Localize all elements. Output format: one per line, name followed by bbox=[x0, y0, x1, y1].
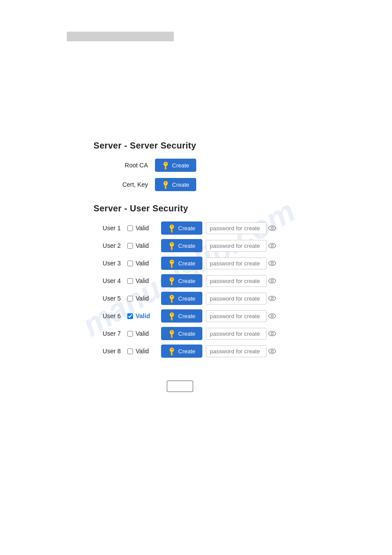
cert-key-create-button[interactable]: 🔑 Create bbox=[155, 178, 196, 191]
user-create-button-1[interactable]: 🔑 Create bbox=[161, 221, 202, 235]
user-password-input-6[interactable] bbox=[206, 310, 266, 322]
user-eye-button-8[interactable] bbox=[266, 348, 278, 354]
user-label-6: User 6 bbox=[94, 312, 125, 319]
user-checkbox-wrapper-1 bbox=[125, 225, 135, 231]
user-row-7: User 7 Valid 🔑 Create bbox=[94, 327, 313, 340]
user-checkbox-wrapper-3 bbox=[125, 261, 135, 266]
user-create-button-6[interactable]: 🔑 Create bbox=[161, 309, 202, 323]
user-create-button-5[interactable]: 🔑 Create bbox=[161, 292, 202, 305]
user-security-title: Server - User Security bbox=[94, 203, 313, 214]
user-create-label-5: Create bbox=[178, 295, 195, 302]
user-checkbox-6[interactable] bbox=[127, 313, 133, 319]
svg-point-4 bbox=[269, 261, 276, 265]
user-password-input-5[interactable] bbox=[206, 293, 266, 305]
save-button[interactable] bbox=[167, 381, 193, 392]
svg-point-8 bbox=[269, 296, 276, 301]
user-eye-button-6[interactable] bbox=[266, 313, 278, 319]
svg-point-10 bbox=[269, 314, 276, 318]
user-checkbox-wrapper-7 bbox=[125, 331, 135, 337]
user-create-label-6: Create bbox=[178, 313, 195, 319]
user-create-button-2[interactable]: 🔑 Create bbox=[161, 239, 202, 252]
user-checkbox-wrapper-5 bbox=[125, 296, 135, 301]
user-row-4: User 4 Valid 🔑 Create bbox=[94, 274, 313, 287]
user-key-icon-7: 🔑 bbox=[167, 328, 177, 338]
user-row-6: User 6 Valid 🔑 Create bbox=[94, 309, 313, 323]
user-checkbox-2[interactable] bbox=[127, 243, 133, 249]
svg-point-15 bbox=[271, 350, 273, 352]
user-checkbox-wrapper-6 bbox=[125, 313, 135, 319]
svg-point-12 bbox=[269, 331, 276, 336]
user-eye-button-5[interactable] bbox=[266, 295, 278, 301]
user-checkbox-1[interactable] bbox=[127, 225, 133, 231]
svg-point-5 bbox=[271, 262, 273, 265]
user-security-section: Server - User Security User 1 Valid 🔑 Cr… bbox=[94, 203, 313, 358]
user-checkbox-5[interactable] bbox=[127, 296, 133, 301]
user-create-label-7: Create bbox=[178, 330, 195, 337]
key-icon-2: 🔑 bbox=[161, 179, 171, 189]
server-security-section: Server - Server Security Root CA 🔑 Creat… bbox=[94, 141, 313, 191]
svg-point-2 bbox=[269, 243, 276, 248]
user-password-input-3[interactable] bbox=[206, 258, 266, 269]
user-valid-label-5: Valid bbox=[136, 295, 157, 302]
user-eye-button-3[interactable] bbox=[266, 260, 278, 266]
main-content: Server - Server Security Root CA 🔑 Creat… bbox=[94, 141, 313, 362]
key-icon: 🔑 bbox=[161, 160, 171, 170]
user-create-button-7[interactable]: 🔑 Create bbox=[161, 327, 202, 340]
root-ca-row: Root CA 🔑 Create bbox=[94, 159, 313, 172]
user-label-4: User 4 bbox=[94, 277, 125, 284]
user-password-input-2[interactable] bbox=[206, 240, 266, 252]
user-key-icon-1: 🔑 bbox=[167, 223, 177, 233]
user-valid-label-1: Valid bbox=[136, 225, 157, 232]
user-create-label-3: Create bbox=[178, 260, 195, 267]
user-valid-label-7: Valid bbox=[136, 330, 157, 337]
user-valid-label-4: Valid bbox=[136, 277, 157, 284]
user-valid-label-2: Valid bbox=[136, 242, 157, 249]
user-row-5: User 5 Valid 🔑 Create bbox=[94, 292, 313, 305]
user-row-3: User 3 Valid 🔑 Create bbox=[94, 257, 313, 270]
user-label-3: User 3 bbox=[94, 260, 125, 267]
svg-point-0 bbox=[269, 226, 276, 230]
user-create-button-3[interactable]: 🔑 Create bbox=[161, 257, 202, 270]
user-checkbox-4[interactable] bbox=[127, 278, 133, 284]
svg-point-1 bbox=[271, 227, 273, 229]
user-row-2: User 2 Valid 🔑 Create bbox=[94, 239, 313, 252]
user-eye-button-1[interactable] bbox=[266, 225, 278, 231]
user-label-2: User 2 bbox=[94, 242, 125, 249]
user-label-7: User 7 bbox=[94, 330, 125, 337]
user-create-button-8[interactable]: 🔑 Create bbox=[161, 345, 202, 358]
user-eye-button-7[interactable] bbox=[266, 330, 278, 337]
svg-point-7 bbox=[271, 280, 273, 282]
cert-key-row: Cert, Key 🔑 Create bbox=[94, 178, 313, 191]
user-checkbox-wrapper-4 bbox=[125, 278, 135, 284]
user-checkbox-wrapper-8 bbox=[125, 348, 135, 354]
user-create-label-1: Create bbox=[178, 225, 195, 232]
user-create-label-8: Create bbox=[178, 348, 195, 355]
svg-point-14 bbox=[269, 349, 276, 353]
user-label-1: User 1 bbox=[94, 225, 125, 232]
svg-point-13 bbox=[271, 333, 273, 335]
user-create-button-4[interactable]: 🔑 Create bbox=[161, 274, 202, 287]
user-key-icon-3: 🔑 bbox=[167, 258, 177, 268]
user-checkbox-7[interactable] bbox=[127, 331, 133, 337]
user-key-icon-5: 🔑 bbox=[167, 293, 177, 303]
user-checkbox-3[interactable] bbox=[127, 261, 133, 266]
user-password-input-8[interactable] bbox=[206, 345, 266, 357]
user-eye-button-4[interactable] bbox=[266, 278, 278, 284]
user-checkbox-wrapper-2 bbox=[125, 243, 135, 249]
user-password-input-7[interactable] bbox=[206, 328, 266, 340]
user-password-input-1[interactable] bbox=[206, 222, 266, 234]
user-key-icon-2: 🔑 bbox=[167, 240, 177, 250]
user-password-input-4[interactable] bbox=[206, 275, 266, 287]
user-create-label-4: Create bbox=[178, 278, 195, 284]
user-valid-label-8: Valid bbox=[136, 348, 157, 355]
user-key-icon-8: 🔑 bbox=[167, 346, 177, 356]
svg-point-3 bbox=[271, 245, 273, 247]
root-ca-create-button[interactable]: 🔑 Create bbox=[155, 159, 196, 172]
user-eye-button-2[interactable] bbox=[266, 243, 278, 249]
user-key-icon-6: 🔑 bbox=[167, 311, 177, 321]
user-checkbox-8[interactable] bbox=[127, 348, 133, 354]
user-create-label-2: Create bbox=[178, 243, 195, 249]
user-label-8: User 8 bbox=[94, 348, 125, 355]
svg-point-6 bbox=[269, 279, 276, 283]
cert-key-label: Cert, Key bbox=[94, 181, 155, 188]
